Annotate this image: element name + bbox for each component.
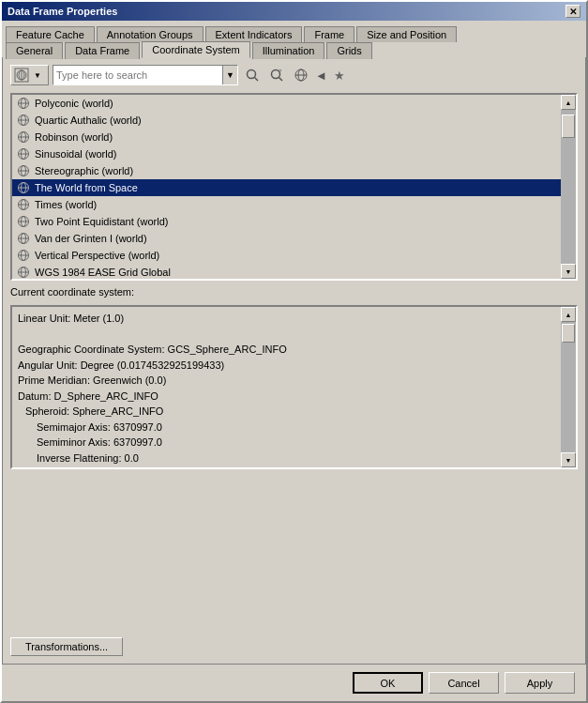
globe-icon xyxy=(16,248,31,263)
dialog-window: Data Frame Properties ✕ Feature Cache An… xyxy=(0,0,588,703)
coord-system-label: Current coordinate system: xyxy=(10,286,578,298)
search-input[interactable] xyxy=(53,69,222,82)
list-item[interactable]: WGS 1984 EASE Grid Global xyxy=(12,264,561,279)
list-item-label: Two Point Equidistant (world) xyxy=(35,216,168,227)
coordinate-list: Polyconic (world) Quartic Authalic (worl… xyxy=(10,93,578,281)
cancel-button[interactable]: Cancel xyxy=(429,672,499,694)
list-item-label: WGS 1984 EASE Grid Global xyxy=(35,267,171,278)
coord-scroll-down[interactable]: ▼ xyxy=(561,452,576,467)
coord-system-content: Linear Unit: Meter (1.0) Geographic Coor… xyxy=(12,307,561,467)
scroll-up-arrow[interactable]: ▲ xyxy=(561,95,576,110)
transformations-button[interactable]: Transformations... xyxy=(10,637,123,656)
arrow-left-icon[interactable]: ◄ xyxy=(315,69,327,83)
bottom-area: Transformations... xyxy=(3,632,585,664)
list-item[interactable]: Van der Grinten I (world) xyxy=(12,230,561,247)
tab-data-frame[interactable]: Data Frame xyxy=(65,42,140,59)
coord-line7: Spheroid: Sphere_ARC_INFO xyxy=(18,404,555,420)
tab-feature-cache[interactable]: Feature Cache xyxy=(6,26,95,42)
svg-line-7 xyxy=(279,78,283,82)
close-button[interactable]: ✕ xyxy=(565,5,580,18)
coord-line2 xyxy=(18,327,555,343)
globe-icon xyxy=(16,113,31,128)
ok-button[interactable]: OK xyxy=(353,672,423,694)
globe-icon xyxy=(16,146,31,161)
list-item-label: Robinson (world) xyxy=(35,131,113,143)
scroll-track[interactable] xyxy=(561,110,576,264)
coord-line6: Datum: D_Sphere_ARC_INFO xyxy=(18,389,555,405)
tab-content-area: ▼ ▼ ? xyxy=(2,57,586,665)
globe-icon xyxy=(16,265,31,279)
globe-icon xyxy=(16,130,31,145)
globe-icon xyxy=(16,180,31,195)
list-scrollbar[interactable]: ▲ ▼ xyxy=(561,95,576,279)
coord-scroll-up[interactable]: ▲ xyxy=(561,307,576,322)
list-item-label: Times (world) xyxy=(35,199,97,210)
list-item[interactable]: Quartic Authalic (world) xyxy=(12,112,561,129)
list-item[interactable]: Sinusoidal (world) xyxy=(12,145,561,162)
title-bar: Data Frame Properties ✕ xyxy=(2,2,586,21)
coord-scroll-thumb[interactable] xyxy=(562,324,575,343)
coord-scrollbar[interactable]: ▲ ▼ xyxy=(561,307,576,467)
list-item[interactable]: Two Point Equidistant (world) xyxy=(12,213,561,230)
list-item[interactable]: Vertical Perspective (world) xyxy=(12,247,561,264)
globe-icon xyxy=(16,214,31,229)
scroll-down-arrow[interactable]: ▼ xyxy=(561,264,576,279)
tabs-row-1: Feature Cache Annotation Groups Extent I… xyxy=(2,21,586,40)
coord-line10: Inverse Flattening: 0.0 xyxy=(18,451,555,466)
new-coord-icon xyxy=(14,68,29,83)
coord-line4: Angular Unit: Degree (0.0174532925199433… xyxy=(18,358,555,374)
coord-scroll-track[interactable] xyxy=(561,322,576,452)
coord-line9: Semiminor Axis: 6370997.0 xyxy=(18,435,555,451)
svg-text:?: ? xyxy=(279,69,282,74)
svg-line-5 xyxy=(255,78,259,82)
toolbar-row: ▼ ▼ ? xyxy=(10,65,578,85)
coord-line3: Geographic Coordinate System: GCS_Sphere… xyxy=(18,342,555,358)
main-content: ▼ ▼ ? xyxy=(3,57,585,632)
tab-coordinate-system[interactable]: Coordinate System xyxy=(142,41,250,58)
list-item[interactable]: Stereographic (world) xyxy=(12,162,561,179)
list-item-selected[interactable]: The World from Space xyxy=(12,179,561,196)
apply-button[interactable]: Apply xyxy=(505,672,575,694)
search-dropdown-arrow[interactable]: ▼ xyxy=(222,66,237,84)
list-item-label: Polyconic (world) xyxy=(35,98,113,109)
globe-icon xyxy=(16,163,31,178)
dialog-title: Data Frame Properties xyxy=(8,6,117,17)
globe-icon xyxy=(16,197,31,212)
coord-line5: Prime Meridian: Greenwich (0.0) xyxy=(18,373,555,389)
globe-icon xyxy=(16,96,31,111)
coord-line1: Linear Unit: Meter (1.0) xyxy=(18,311,555,327)
coord-system-box: Linear Unit: Meter (1.0) Geographic Coor… xyxy=(10,305,578,469)
list-item[interactable]: Polyconic (world) xyxy=(12,95,561,112)
list-item[interactable]: Robinson (world) xyxy=(12,129,561,145)
svg-point-4 xyxy=(248,70,256,79)
tab-extent-indicators[interactable]: Extent Indicators xyxy=(205,26,303,42)
tab-general[interactable]: General xyxy=(6,42,63,59)
list-item-label: Quartic Authalic (world) xyxy=(35,115,142,126)
tabs-row-2: General Data Frame Coordinate System Ill… xyxy=(2,40,586,57)
star-icon-button[interactable]: ★ xyxy=(329,65,350,85)
dropdown-arrow-icon: ▼ xyxy=(30,68,45,83)
tab-annotation-groups[interactable]: Annotation Groups xyxy=(97,26,204,42)
globe-icon-button[interactable] xyxy=(291,65,311,85)
coord-line8: Semimajor Axis: 6370997.0 xyxy=(18,420,555,436)
filter-icon-button[interactable]: ? xyxy=(266,65,287,85)
list-item-label: Sinusoidal (world) xyxy=(35,148,116,160)
list-inner[interactable]: Polyconic (world) Quartic Authalic (worl… xyxy=(12,95,561,279)
scroll-thumb[interactable] xyxy=(562,115,575,138)
list-item[interactable]: Times (world) xyxy=(12,196,561,213)
list-item-label: Stereographic (world) xyxy=(35,165,133,176)
list-item-label: The World from Space xyxy=(35,182,138,193)
search-icon-button[interactable] xyxy=(242,65,263,85)
tab-illumination[interactable]: Illumination xyxy=(252,42,325,59)
tab-frame[interactable]: Frame xyxy=(304,26,354,42)
tab-size-and-position[interactable]: Size and Position xyxy=(356,26,457,42)
globe-icon xyxy=(16,231,31,246)
tab-grids[interactable]: Grids xyxy=(326,42,371,59)
list-item-label: Van der Grinten I (world) xyxy=(35,233,147,244)
search-box[interactable]: ▼ xyxy=(53,65,238,85)
new-coord-button[interactable]: ▼ xyxy=(10,65,49,85)
list-item-label: Vertical Perspective (world) xyxy=(35,250,159,261)
